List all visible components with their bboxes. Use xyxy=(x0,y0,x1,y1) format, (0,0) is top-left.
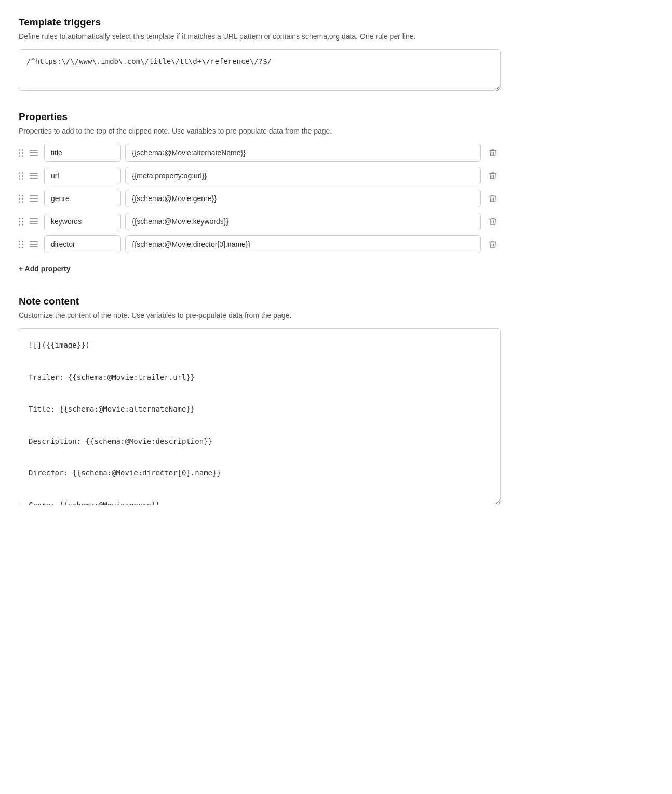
delete-property-button[interactable] xyxy=(485,214,501,229)
trash-icon xyxy=(488,240,498,249)
drag-handle-icon[interactable] xyxy=(19,149,23,157)
note-content-title: Note content xyxy=(19,296,501,307)
reorder-icon[interactable] xyxy=(28,217,40,226)
reorder-icon[interactable] xyxy=(28,194,40,203)
property-name-input[interactable] xyxy=(44,235,121,253)
reorder-icon[interactable] xyxy=(28,240,40,248)
trash-icon xyxy=(488,194,498,203)
template-triggers-title: Template triggers xyxy=(19,17,501,28)
delete-property-button[interactable] xyxy=(485,191,501,206)
property-value-input[interactable] xyxy=(125,235,481,253)
note-content-section: Note content Customize the content of th… xyxy=(19,296,501,507)
trash-icon xyxy=(488,217,498,226)
delete-property-button[interactable] xyxy=(485,236,501,252)
properties-title: Properties xyxy=(19,111,501,123)
drag-handle-icon[interactable] xyxy=(19,218,23,226)
property-name-input[interactable] xyxy=(44,190,121,207)
trash-icon xyxy=(488,171,498,180)
property-row xyxy=(19,144,501,162)
drag-handle-icon[interactable] xyxy=(19,172,23,180)
property-name-input[interactable] xyxy=(44,213,121,230)
reorder-icon[interactable] xyxy=(28,171,40,180)
trigger-input[interactable]: /^https:\/\/www\.imdb\.com\/title\/tt\d+… xyxy=(19,49,501,91)
drag-handle-icon[interactable] xyxy=(19,241,23,248)
property-name-input[interactable] xyxy=(44,144,121,162)
delete-property-button[interactable] xyxy=(485,168,501,183)
template-triggers-desc: Define rules to automatically select thi… xyxy=(19,31,501,42)
template-triggers-section: Template triggers Define rules to automa… xyxy=(19,17,501,92)
properties-list xyxy=(19,144,501,253)
property-row xyxy=(19,235,501,253)
property-value-input[interactable] xyxy=(125,213,481,230)
property-value-input[interactable] xyxy=(125,190,481,207)
property-value-input[interactable] xyxy=(125,167,481,184)
note-content-input[interactable]: ![]({{image}}) Trailer: {{schema:@Movie:… xyxy=(19,328,501,505)
property-name-input[interactable] xyxy=(44,167,121,184)
note-content-desc: Customize the content of the note. Use v… xyxy=(19,310,501,321)
property-row xyxy=(19,213,501,230)
property-value-input[interactable] xyxy=(125,144,481,162)
property-row xyxy=(19,190,501,207)
delete-property-button[interactable] xyxy=(485,145,501,161)
trash-icon xyxy=(488,148,498,157)
properties-section: Properties Properties to add to the top … xyxy=(19,111,501,277)
add-property-button[interactable]: + Add property xyxy=(19,260,70,277)
properties-desc: Properties to add to the top of the clip… xyxy=(19,126,501,137)
property-row xyxy=(19,167,501,184)
drag-handle-icon[interactable] xyxy=(19,195,23,203)
reorder-icon[interactable] xyxy=(28,149,40,157)
